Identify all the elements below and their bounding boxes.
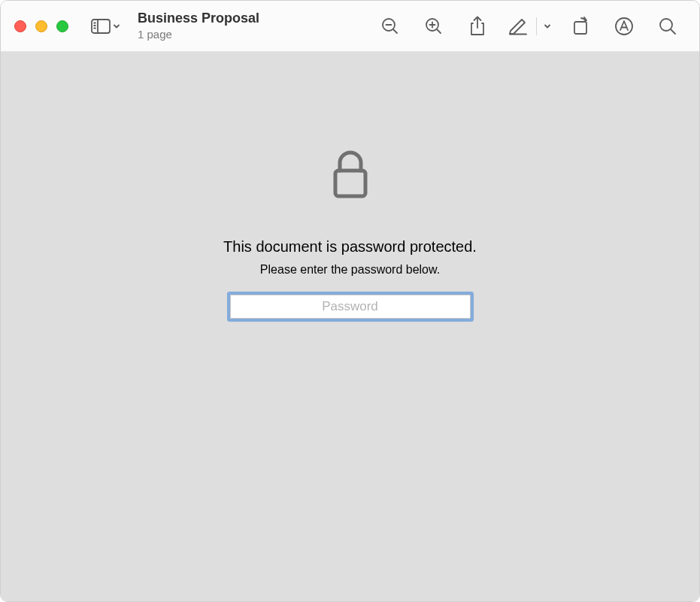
svg-line-18 [671, 29, 675, 34]
zoom-in-button[interactable] [416, 11, 452, 42]
share-button[interactable] [459, 11, 495, 42]
svg-rect-0 [92, 20, 110, 33]
share-icon [468, 16, 486, 37]
rotate-button[interactable] [562, 11, 598, 42]
markup-icon [614, 17, 634, 36]
zoom-out-button[interactable] [372, 11, 408, 42]
document-subtitle: 1 page [138, 28, 288, 41]
svg-rect-14 [574, 22, 586, 34]
maximize-window-button[interactable] [56, 20, 68, 32]
title-block: Business Proposal 1 page [138, 11, 288, 41]
chevron-down-icon [112, 22, 121, 31]
lock-icon [329, 150, 371, 202]
chevron-down-icon [543, 22, 552, 31]
sidebar-icon [91, 19, 111, 34]
toolbar-divider [536, 17, 537, 35]
rotate-icon [571, 17, 590, 36]
zoom-out-icon [380, 17, 400, 36]
password-message-secondary: Please enter the password below. [260, 263, 440, 277]
search-button[interactable] [650, 11, 686, 42]
svg-line-9 [437, 29, 441, 33]
svg-rect-19 [335, 171, 365, 196]
sidebar-toggle-button[interactable] [91, 11, 121, 42]
document-title: Business Proposal [138, 11, 288, 27]
highlight-menu-button[interactable] [540, 11, 555, 42]
search-icon [658, 17, 677, 36]
minimize-window-button[interactable] [35, 20, 47, 32]
highlight-icon [508, 17, 528, 35]
close-window-button[interactable] [14, 20, 26, 32]
markup-button[interactable] [606, 11, 642, 42]
titlebar: Business Proposal 1 page [1, 1, 699, 52]
toolbar [372, 11, 686, 42]
content-area: This document is password protected. Ple… [1, 52, 699, 601]
window-controls [14, 20, 68, 32]
svg-line-6 [393, 29, 397, 33]
password-pane: This document is password protected. Ple… [177, 150, 523, 319]
password-message-primary: This document is password protected. [223, 238, 477, 256]
highlight-button[interactable] [503, 11, 533, 42]
zoom-in-icon [424, 17, 444, 36]
password-input[interactable] [230, 295, 471, 319]
